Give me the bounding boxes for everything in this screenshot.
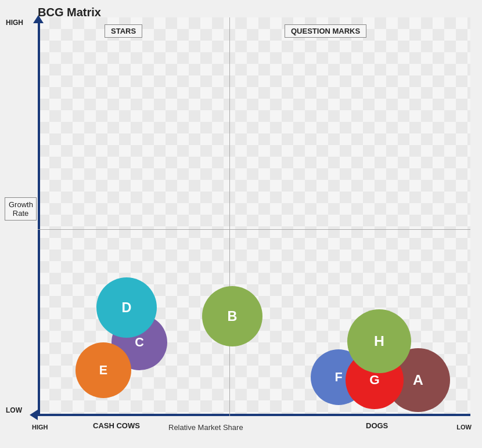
x-axis-arrow-left [30,410,38,420]
horizontal-divider [38,229,470,230]
chart-title: BCG Matrix [38,6,101,19]
y-axis-high-label: HIGH [6,19,23,27]
y-axis-low-label: LOW [6,406,22,414]
x-axis-low-label: LOW [456,424,472,431]
growth-rate-label: Growth Rate [5,197,37,221]
market-share-label: Relative Market Share [168,423,243,432]
bubble-d: D [96,277,157,338]
dogs-label: DOGS [360,420,394,432]
cash-cows-label: CASH COWS [87,420,146,432]
bubble-h: H [347,309,411,373]
vertical-divider [229,17,230,416]
y-axis [38,17,40,416]
y-axis-arrow [33,15,44,23]
question-marks-label: QUESTION MARKS [285,24,366,38]
bcg-matrix-container: BCG Matrix HIGH LOW HIGH LOW Growth Rate… [0,0,482,448]
x-axis [38,414,470,416]
bubble-b: B [202,286,262,346]
stars-label: STARS [105,24,142,38]
x-axis-high-label: HIGH [32,424,48,431]
bubble-e: E [75,342,131,398]
